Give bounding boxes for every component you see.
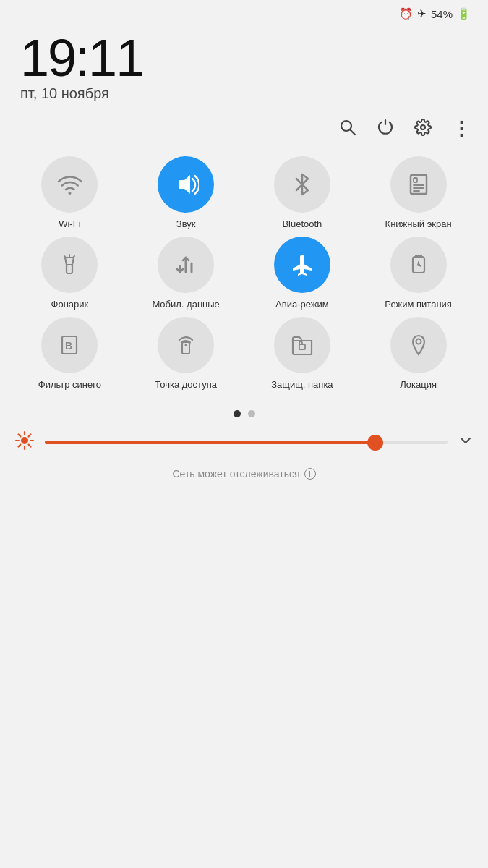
svg-line-29: [29, 444, 31, 446]
svg-rect-10: [67, 265, 72, 273]
flashlight-icon-circle: [41, 237, 98, 293]
tile-secure-folder[interactable]: Защищ. папка: [246, 317, 359, 391]
power-button[interactable]: [377, 119, 394, 140]
svg-line-13: [64, 256, 66, 258]
location-label: Локация: [400, 379, 437, 391]
tile-power-mode[interactable]: Режим питания: [361, 237, 475, 311]
svg-rect-19: [182, 342, 189, 354]
svg-line-28: [19, 434, 21, 436]
svg-line-1: [351, 129, 356, 135]
airplane-label: Авиа-режим: [275, 299, 329, 311]
svg-text:B: B: [65, 340, 72, 352]
clock-time: 19:11: [20, 32, 468, 84]
status-icons: ⏰ ✈ 54% 🔋: [399, 7, 471, 20]
search-button[interactable]: [339, 119, 356, 140]
settings-button[interactable]: [414, 119, 432, 140]
brightness-icon: [14, 430, 35, 455]
flashlight-label: Фонарик: [51, 299, 89, 311]
network-notice-text: Сеть может отслеживаться: [172, 468, 299, 480]
svg-point-16: [417, 263, 420, 266]
mobile-data-icon-circle: [158, 237, 214, 293]
tile-wifi[interactable]: Wi-Fi: [13, 156, 127, 231]
airplane-icon-circle: [274, 237, 330, 293]
page-dot-1[interactable]: [234, 410, 241, 417]
toolbar-row: ⋮: [0, 114, 488, 150]
brightness-slider-track[interactable]: [45, 441, 448, 444]
hotspot-label: Точка доступа: [155, 379, 217, 391]
bluetooth-label: Bluetooth: [282, 218, 322, 231]
brightness-row: [0, 430, 488, 455]
svg-point-23: [21, 437, 28, 444]
page-indicators: [0, 410, 488, 417]
svg-line-31: [19, 444, 21, 446]
brightness-expand-button[interactable]: [458, 433, 474, 453]
svg-point-22: [416, 339, 421, 344]
svg-rect-6: [414, 178, 417, 182]
battery-icon: 🔋: [457, 7, 471, 20]
brightness-slider-fill: [45, 441, 375, 444]
power-mode-icon-circle: [390, 237, 447, 293]
brightness-slider-thumb[interactable]: [367, 435, 383, 451]
more-options-button[interactable]: ⋮: [452, 118, 471, 140]
network-info-icon[interactable]: i: [304, 468, 316, 480]
bluetooth-icon-circle: [274, 156, 330, 213]
svg-line-14: [73, 256, 74, 258]
sound-icon-circle: [158, 156, 214, 213]
tile-blue-filter[interactable]: B Фильтр синего: [13, 317, 127, 391]
clock-area: 19:11 пт, 10 ноября: [0, 25, 488, 114]
tile-sound[interactable]: Звук: [129, 156, 243, 231]
wifi-label: Wi-Fi: [59, 218, 80, 231]
clock-date: пт, 10 ноября: [20, 85, 468, 102]
wifi-icon-circle: [41, 156, 98, 213]
power-mode-label: Режим питания: [385, 299, 452, 311]
svg-marker-4: [179, 175, 190, 194]
svg-marker-11: [65, 258, 74, 265]
svg-point-20: [185, 344, 187, 346]
blue-filter-icon-circle: B: [41, 317, 98, 373]
airplane-mode-icon: ✈: [417, 7, 427, 20]
mobile-data-label: Мобил. данные: [152, 299, 219, 311]
location-icon-circle: [390, 317, 447, 373]
status-bar: ⏰ ✈ 54% 🔋: [0, 0, 488, 25]
svg-rect-21: [299, 344, 305, 349]
book-screen-icon-circle: [390, 156, 447, 213]
tiles-grid: Wi-Fi Звук Bluetooth: [0, 150, 488, 403]
svg-point-2: [421, 125, 425, 129]
secure-folder-icon-circle: [274, 317, 330, 373]
svg-point-3: [69, 192, 72, 195]
tile-book-screen[interactable]: Книжный экран: [361, 156, 475, 231]
blue-filter-label: Фильтр синего: [38, 379, 101, 391]
tile-airplane[interactable]: Авиа-режим: [246, 237, 359, 311]
alarm-icon: ⏰: [399, 7, 413, 20]
tile-location[interactable]: Локация: [361, 317, 475, 391]
tile-mobile-data[interactable]: Мобил. данные: [129, 237, 243, 311]
tile-flashlight[interactable]: Фонарик: [13, 237, 127, 311]
tile-hotspot[interactable]: Точка доступа: [129, 317, 243, 391]
network-notice: Сеть может отслеживаться i: [0, 468, 488, 480]
svg-line-30: [29, 434, 31, 436]
sound-label: Звук: [176, 218, 196, 231]
tile-bluetooth[interactable]: Bluetooth: [246, 156, 359, 231]
hotspot-icon-circle: [158, 317, 214, 373]
page-dot-2[interactable]: [248, 410, 255, 417]
secure-folder-label: Защищ. папка: [271, 379, 333, 391]
battery-percentage: 54%: [431, 8, 453, 20]
book-screen-label: Книжный экран: [385, 218, 452, 231]
